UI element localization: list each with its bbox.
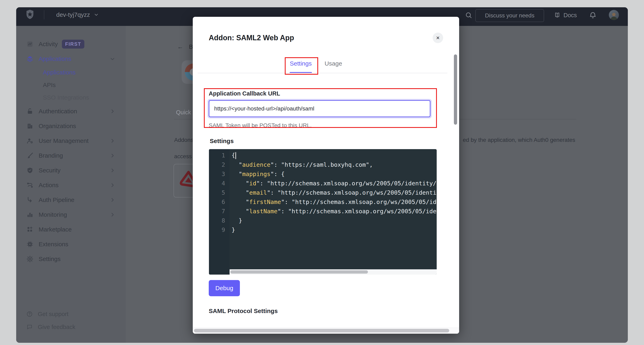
sidebar-item-auth-pipeline[interactable]: Auth Pipeline [16, 192, 125, 207]
close-button[interactable]: × [433, 33, 443, 43]
code-line: 9} [209, 225, 437, 234]
sidebar-item-activity[interactable]: ActivityFIRST [16, 37, 125, 51]
discuss-your-needs-button[interactable]: Discuss your needs [475, 9, 544, 22]
sidebar-item-label: Organizations [39, 123, 76, 130]
chevron-right-icon [110, 153, 116, 159]
sidebar-item-applications-sub[interactable]: Applications [16, 66, 125, 79]
sidebar-item-label: Extensions [39, 241, 68, 248]
sidebar-item-actions[interactable]: Actions [16, 178, 125, 192]
sidebar-item-settings[interactable]: Settings [16, 251, 125, 266]
settings-code-editor[interactable]: 1{2 "audience": "https://saml.boxyhq.com… [209, 149, 437, 275]
editor-horizontal-scrollbar [230, 269, 437, 275]
line-number: 7 [209, 208, 230, 215]
discuss-your-needs-label: Discuss your needs [485, 12, 534, 19]
sidebar-item-label: Applications [39, 56, 72, 62]
sidebar-item-applications[interactable]: Applications [16, 51, 125, 66]
building-icon [26, 122, 34, 130]
modal-title: Addon: SAML2 Web App [209, 34, 294, 42]
line-number: 6 [209, 198, 230, 205]
tab-usage[interactable]: Usage [323, 60, 344, 67]
sidebar-item-user-management[interactable]: User Management [16, 133, 125, 148]
debug-button[interactable]: Debug [209, 280, 240, 296]
chevron-down-icon [94, 12, 99, 18]
tenant-name: dev-tyj7qyzz [56, 11, 90, 18]
chevron-right-icon [110, 182, 116, 188]
shield-check-icon [26, 167, 34, 174]
docs-link[interactable]: Docs [554, 7, 577, 23]
gear-icon [26, 255, 34, 263]
chevron-right-icon [110, 108, 116, 114]
brush-icon [26, 152, 34, 159]
code-content: 1{2 "audience": "https://saml.boxyhq.com… [209, 151, 437, 234]
addon-saml2-modal: Addon: SAML2 Web App × Settings Usage Ap… [193, 17, 459, 334]
user-avatar[interactable] [609, 10, 619, 20]
sidebar-item-authentication[interactable]: Authentication [16, 104, 125, 119]
chevron-right-icon [110, 197, 116, 203]
help-icon [26, 311, 33, 317]
tenant-switcher[interactable]: dev-tyj7qyzz [56, 7, 99, 22]
sidebar-item-extensions[interactable]: Extensions [16, 237, 125, 251]
chevron-right-icon [110, 167, 116, 173]
chevron-down-icon [110, 56, 116, 62]
sidebar-item-security[interactable]: Security [16, 163, 125, 178]
code-line: 1{ [209, 151, 437, 160]
modal-vertical-scrollbar-thumb[interactable] [454, 55, 457, 125]
sidebar-item-label: Applications [43, 69, 76, 76]
sidebar-item-label: APIs [43, 82, 56, 88]
sidebar-nav: ActivityFIRSTApplicationsApplicationsAPI… [16, 26, 125, 266]
sidebar-item-branding[interactable]: Branding [16, 148, 125, 163]
editor-horizontal-scrollbar-thumb[interactable] [230, 270, 368, 273]
notifications-bell-icon[interactable] [588, 11, 597, 20]
sidebar-item-organizations[interactable]: Organizations [16, 119, 125, 133]
sidebar-item-label: Monitoring [39, 211, 67, 218]
sidebar-item-marketplace[interactable]: Marketplace [16, 222, 125, 237]
close-icon: × [436, 35, 440, 41]
lock-icon [26, 108, 34, 115]
sidebar-item-label: Authentication [39, 108, 77, 115]
activity-icon [26, 41, 34, 48]
callback-url-input[interactable] [209, 100, 430, 117]
book-icon [554, 12, 561, 19]
tabs-divider [198, 73, 448, 73]
sidebar-item-give-feedback[interactable]: Give feedback [16, 320, 125, 333]
sidebar-item-label: Actions [39, 182, 58, 189]
modal-horizontal-scrollbar [193, 327, 459, 334]
bar-chart-icon [26, 211, 34, 218]
settings-section-heading: Settings [210, 138, 234, 144]
sidebar-item-label: Give feedback [38, 324, 75, 330]
back-arrow-icon: ← [177, 43, 183, 50]
sidebar-item-label: Get support [38, 311, 68, 317]
chevron-right-icon [110, 138, 116, 144]
code-line: 3 "mappings": { [209, 169, 437, 179]
code-line: 6 "firstName": "http://schemas.xmlsoap.o… [209, 197, 437, 207]
sidebar: ActivityFIRSTApplicationsApplicationsAPI… [16, 26, 126, 343]
pipeline-icon [26, 196, 34, 204]
sidebar-item-label: Settings [39, 256, 60, 262]
sidebar-item-get-support[interactable]: Get support [16, 307, 125, 320]
tab-settings[interactable]: Settings [288, 60, 314, 67]
sidebar-item-sso-integrations[interactable]: SSO Integrations [16, 91, 125, 104]
first-badge: FIRST [62, 40, 84, 49]
line-number: 4 [209, 180, 230, 187]
sidebar-item-label: SSO Integrations [43, 94, 89, 101]
callback-url-focus-ring [208, 99, 432, 118]
code-line: 2 "audience": "https://saml.boxyhq.com", [209, 160, 437, 169]
user-gear-icon [26, 137, 34, 144]
sidebar-item-monitoring[interactable]: Monitoring [16, 207, 125, 222]
modal-horizontal-scrollbar-thumb[interactable] [194, 329, 449, 332]
feedback-icon [26, 324, 33, 330]
code-line: 4 "id": "http://schemas.xmlsoap.org/ws/2… [209, 179, 437, 188]
layers-icon [26, 55, 34, 63]
addons-description-fragment: access [174, 153, 192, 160]
chevron-right-icon [110, 212, 116, 218]
search-icon[interactable] [465, 11, 472, 19]
sidebar-item-label: Security [39, 167, 60, 174]
sidebar-item-label: Activity [39, 41, 58, 48]
line-number: 8 [209, 217, 230, 224]
sidebar-item-label: Branding [39, 152, 63, 159]
docs-label: Docs [564, 12, 577, 19]
sidebar-item-label: Auth Pipeline [39, 196, 74, 203]
sidebar-item-apis[interactable]: APIs [16, 79, 125, 91]
text-cursor [236, 152, 236, 159]
saml-protocol-settings-heading: SAML Protocol Settings [209, 307, 278, 314]
